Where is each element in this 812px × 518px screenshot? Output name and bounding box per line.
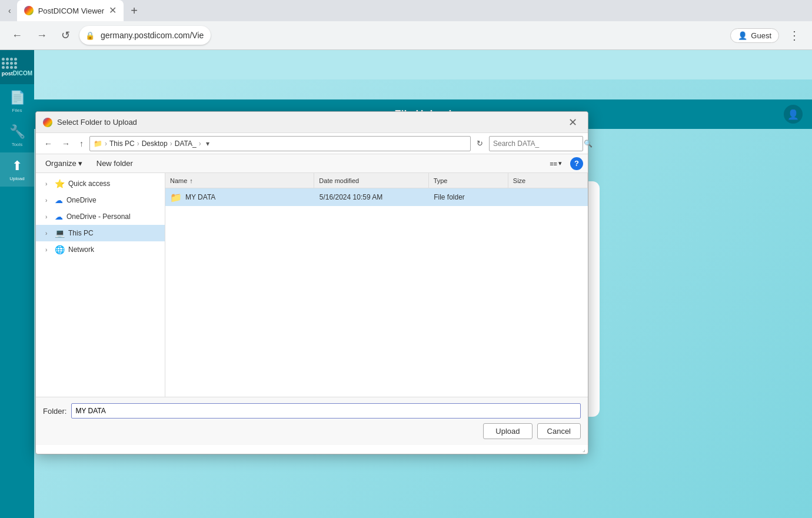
browser-forward-button[interactable]: →	[32, 27, 52, 44]
dialog-nav: ← → ↑ 📁 › This PC › Desktop › DATA_ › ▾ …	[36, 133, 588, 154]
breadcrumb-sep4: ›	[199, 140, 201, 148]
sidebar-logo: postDICOM	[0, 50, 34, 84]
dialog-filelist: Name ↑ Date modified Type Size	[165, 173, 588, 397]
browser-reload-button[interactable]: ↺	[56, 26, 75, 44]
nav-item-this-pc[interactable]: › 💻 This PC	[36, 225, 165, 241]
nav-label-quick-access: Quick access	[68, 180, 160, 188]
dialog-titlebar: Select Folder to Upload ✕	[36, 112, 588, 133]
filelist-body: 📁 MY DATA 5/16/2024 10:59 AM File folder	[165, 188, 588, 397]
col-header-type[interactable]: Type	[429, 173, 508, 188]
dialog-toolbar: Organize ▾ New folder ≡≡ ▾ ?	[36, 154, 588, 173]
guest-button[interactable]: 👤 Guest	[730, 28, 779, 43]
dialog-close-button[interactable]: ✕	[565, 115, 581, 130]
col-date-label: Date modified	[319, 177, 359, 184]
nav-label-network: Network	[68, 245, 160, 254]
network-arrow: ›	[45, 247, 51, 253]
help-button[interactable]: ?	[570, 157, 583, 170]
guest-icon: 👤	[738, 31, 747, 40]
dialog-footer: Folder: Upload Cancel	[36, 397, 588, 445]
search-input[interactable]	[493, 140, 581, 148]
sidebar-label-files: Files	[12, 108, 22, 113]
nav-item-quick-access[interactable]: › ⭐ Quick access	[36, 175, 165, 192]
file-cell-name: 📁 MY DATA	[165, 188, 315, 206]
file-cell-date: 5/16/2024 10:59 AM	[315, 188, 429, 206]
folder-input[interactable]	[71, 403, 581, 419]
user-menu[interactable]: 👤	[784, 105, 803, 124]
sidebar-item-tools[interactable]: 🔧 Tools	[0, 118, 34, 152]
breadcrumb-sep2: ›	[137, 140, 139, 148]
file-date: 5/16/2024 10:59 AM	[320, 193, 382, 201]
tab-back-arrow[interactable]: ‹	[5, 4, 15, 18]
sidebar-item-files[interactable]: 📄 Files	[0, 84, 34, 118]
breadcrumb-this-pc: This PC	[109, 140, 135, 148]
breadcrumb-sep3: ›	[170, 140, 172, 148]
organize-label: Organize	[45, 159, 76, 168]
logo-text: postDICOM	[2, 70, 32, 77]
address-icon: 🔒	[85, 31, 95, 40]
nav-item-network[interactable]: › 🌐 Network	[36, 241, 165, 258]
search-box: 🔍	[489, 136, 583, 151]
file-cell-type: File folder	[429, 188, 508, 206]
col-header-name[interactable]: Name ↑	[165, 173, 314, 188]
browser-back-button[interactable]: ←	[7, 27, 27, 44]
folder-row: Folder:	[43, 403, 581, 419]
user-icon[interactable]: 👤	[784, 105, 803, 124]
nav-item-onedrive-personal[interactable]: › ☁ OneDrive - Personal	[36, 208, 165, 225]
onedrive-personal-arrow: ›	[45, 214, 51, 220]
guest-label: Guest	[751, 31, 771, 40]
dialog-up-button[interactable]: ↑	[76, 137, 87, 150]
view-button[interactable]: ≡≡ ▾	[546, 157, 565, 170]
col-sort-arrow: ↑	[189, 177, 193, 184]
footer-buttons: Upload Cancel	[43, 423, 581, 439]
col-header-date[interactable]: Date modified	[314, 173, 428, 188]
browser-tab[interactable]: PostDICOM Viewer ✕	[17, 0, 124, 21]
logo-dots	[2, 58, 32, 69]
col-type-label: Type	[434, 177, 448, 184]
tab-title: PostDICOM Viewer	[38, 6, 104, 15]
tab-bar: ‹ PostDICOM Viewer ✕ +	[0, 0, 812, 21]
col-header-size[interactable]: Size	[508, 173, 588, 188]
sidebar-label-tools: Tools	[12, 142, 23, 147]
onedrive-arrow: ›	[45, 197, 51, 204]
browser-menu-button[interactable]: ⋮	[784, 26, 805, 45]
dialog-body: › ⭐ Quick access › ☁ OneDrive › ☁ OneDri…	[36, 173, 588, 397]
address-bar-wrapper: 🔒	[79, 26, 726, 45]
view-icon: ≡≡	[550, 160, 557, 167]
breadcrumb-bar[interactable]: 📁 › This PC › Desktop › DATA_ › ▾	[89, 136, 471, 151]
breadcrumb-desktop: Desktop	[142, 140, 168, 148]
folder-icon: 📁	[170, 192, 182, 203]
this-pc-icon: 💻	[55, 228, 65, 238]
cancel-button[interactable]: Cancel	[537, 423, 581, 439]
breadcrumb-refresh-button[interactable]: ↻	[473, 137, 487, 150]
address-input[interactable]	[79, 26, 211, 45]
dialog-forward-button[interactable]: →	[58, 137, 74, 150]
app-layout: File Upload 👤 postDICOM 📄 Files 🔧 Tools	[0, 50, 812, 518]
tab-favicon	[24, 6, 34, 15]
filelist-header: Name ↑ Date modified Type Size	[165, 173, 588, 188]
breadcrumb-sep1: ›	[105, 140, 107, 148]
organize-button[interactable]: Organize ▾	[41, 157, 87, 170]
file-row[interactable]: 📁 MY DATA 5/16/2024 10:59 AM File folder	[165, 188, 588, 206]
file-name: MY DATA	[185, 193, 215, 201]
nav-label-onedrive: OneDrive	[66, 196, 160, 204]
new-tab-button[interactable]: +	[126, 4, 142, 18]
upload-icon: ⬆	[12, 158, 22, 174]
onedrive-personal-icon: ☁	[55, 212, 63, 221]
logo-content: postDICOM	[2, 58, 32, 77]
tools-icon: 🔧	[9, 124, 25, 140]
sidebar-item-upload[interactable]: ⬆ Upload	[0, 152, 34, 187]
view-dropdown-arrow: ▾	[558, 160, 562, 167]
col-size-label: Size	[513, 177, 525, 184]
upload-button[interactable]: Upload	[483, 423, 532, 439]
tab-close-button[interactable]: ✕	[109, 6, 117, 15]
browser-chrome: ‹ PostDICOM Viewer ✕ + ← → ↺ 🔒 👤 Guest ⋮	[0, 0, 812, 50]
file-cell-size	[508, 188, 588, 206]
breadcrumb-dropdown-button[interactable]: ▾	[204, 138, 212, 149]
nav-item-onedrive[interactable]: › ☁ OneDrive	[36, 192, 165, 208]
new-folder-button[interactable]: New folder	[92, 157, 138, 170]
organize-arrow: ▾	[78, 159, 82, 168]
dialog-back-button[interactable]: ←	[41, 137, 56, 150]
sidebar-label-upload: Upload	[9, 176, 24, 181]
resize-handle[interactable]: ⌟	[36, 445, 588, 454]
search-button[interactable]: 🔍	[584, 140, 593, 148]
